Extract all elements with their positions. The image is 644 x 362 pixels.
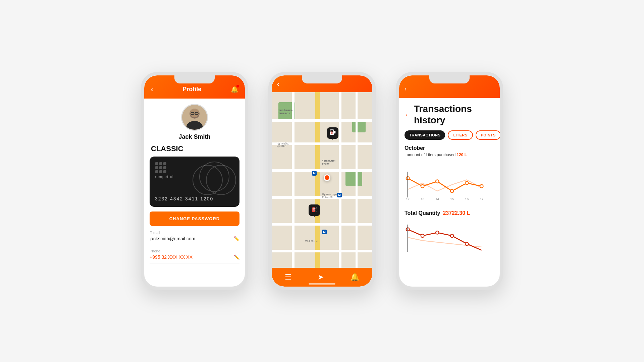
email-field: E-mail jacksmith@gmail.com ✏️ — [150, 231, 239, 245]
phone-label: Phone — [150, 249, 239, 253]
svg-point-13 — [421, 185, 424, 188]
chart-october: 12 13 14 15 16 17 — [405, 161, 494, 205]
email-value: jacksmith@gmail.com — [150, 236, 195, 241]
phone-map: ‹ — [268, 72, 376, 290]
svg-point-29 — [465, 242, 469, 246]
tx-back-arrow[interactable]: ← — [405, 111, 411, 119]
map-label-2: ЛД ТРЕЙДЦЕНТЕР — [277, 142, 288, 147]
avatar — [181, 104, 208, 131]
map-label-4: Фултон стритFulton St — [322, 193, 338, 199]
tx-tabs: TRANSACTIONS LITERS POINTS — [405, 130, 494, 140]
svg-point-17 — [480, 185, 483, 188]
phone-screen-3: ‹ ← Transactions history TRANSACTIONS LI… — [399, 75, 500, 287]
phone-notch-3 — [429, 75, 470, 83]
svg-rect-9 — [334, 131, 335, 133]
avatar-image — [182, 104, 207, 131]
tx-title: ← Transactions history — [405, 103, 494, 126]
svg-point-16 — [465, 181, 469, 185]
svg-point-3 — [190, 109, 199, 117]
phone-row: +995 32 XXX XX XX ✏️ — [150, 254, 239, 260]
map-transit-m3: M — [322, 230, 327, 234]
map-transit-m2: M — [337, 193, 342, 197]
card-number: 3232 4342 3411 1200 — [155, 196, 213, 201]
current-location-pin — [324, 174, 330, 181]
phone-value: +995 32 XXX XX XX — [150, 254, 193, 260]
map-label-1: ТРАЙБЕКАTRIBECA — [278, 109, 293, 115]
gas-station-icon-2: ⛽ — [309, 204, 320, 216]
tx-title-text: Transactions history — [414, 103, 472, 126]
svg-point-27 — [436, 231, 439, 234]
map-transit-m1: M — [312, 171, 317, 176]
svg-text:⛽: ⛽ — [312, 207, 317, 213]
total-quantity-section: Total Quantity 23722.30 L — [405, 210, 494, 216]
tab-points[interactable]: POINTS — [476, 130, 500, 140]
chart-svg-2 — [405, 219, 494, 259]
phone-field: Phone +995 32 XXX XX XX ✏️ — [150, 249, 239, 263]
svg-text:17: 17 — [480, 197, 483, 201]
total-quantity-row: Total Quantity 23722.30 L — [405, 210, 494, 216]
total-label: Total Quantity — [405, 210, 440, 216]
tab-liters[interactable]: LITERS — [448, 130, 473, 140]
payment-card: rompetrol 3232 4342 3411 1200 — [150, 157, 239, 207]
gas-station-icon-1: ⛽ — [327, 127, 338, 139]
menu-icon[interactable]: ☰ — [285, 273, 291, 282]
svg-text:13: 13 — [421, 197, 424, 201]
map-pin-gas-1[interactable]: ⛽ — [327, 127, 338, 139]
home-indicator — [309, 283, 335, 285]
map-road-v4 — [356, 92, 358, 287]
back-button-1[interactable]: ‹ — [151, 85, 153, 93]
tab-transactions[interactable]: TRANSACTIONS — [405, 130, 445, 140]
map-road-v3 — [339, 92, 341, 287]
svg-text:12: 12 — [406, 197, 410, 201]
email-row: jacksmith@gmail.com ✏️ — [150, 236, 239, 241]
phone-screen-2: ‹ — [272, 75, 372, 287]
phone-edit-icon[interactable]: ✏️ — [234, 254, 239, 260]
chart-svg-1: 12 13 14 15 16 17 — [405, 161, 494, 205]
phone-notch-2 — [302, 75, 342, 83]
map-back-button[interactable]: ‹ — [277, 80, 279, 88]
avatar-section: Jack Smith — [150, 104, 239, 140]
notification-dot — [236, 85, 239, 87]
svg-text:14: 14 — [435, 197, 439, 201]
phone-screen-1: ‹ Profile 🔔 — [144, 75, 245, 287]
svg-point-28 — [450, 234, 454, 238]
svg-text:⛽: ⛽ — [331, 131, 334, 134]
card-type: CLASSIC — [150, 144, 239, 153]
notification-bell[interactable]: 🔔 — [231, 86, 238, 93]
tx-content: ← Transactions history TRANSACTIONS LITE… — [399, 98, 500, 287]
tx-back-button[interactable]: ‹ — [405, 85, 407, 92]
svg-text:15: 15 — [450, 197, 454, 201]
map-label-5: Wall Street — [305, 240, 318, 243]
navigation-icon[interactable]: ➤ — [318, 273, 324, 282]
map-pin-gas-2[interactable]: ⛽ — [309, 204, 320, 216]
phone-notch-1 — [174, 75, 215, 83]
total-value: 23722.30 L — [443, 210, 470, 216]
phone-transactions: ‹ ← Transactions history TRANSACTIONS LI… — [396, 72, 503, 290]
svg-point-15 — [450, 189, 454, 193]
svg-point-26 — [421, 234, 424, 238]
chart-total — [405, 219, 494, 259]
profile-title: Profile — [182, 86, 201, 93]
profile-content: Jack Smith CLASSIC — [144, 99, 245, 287]
map-screen: ‹ — [272, 75, 372, 287]
section-october-title: October — [405, 145, 494, 151]
phone-profile: ‹ Profile 🔔 — [141, 72, 248, 290]
change-password-button[interactable]: CHANGE PASSWORD — [150, 212, 239, 226]
bell-nav-icon[interactable]: 🔔 — [350, 273, 359, 282]
map-road-v2 — [292, 92, 294, 287]
user-name: Jack Smith — [178, 133, 210, 140]
section-october-subtitle: · amount of Liters purchased 120 L — [405, 153, 494, 157]
map-background: ТРАЙБЕКАTRIBECA ЛД ТРЕЙДЦЕНТЕР Франклинс… — [272, 75, 372, 287]
svg-point-14 — [436, 180, 439, 183]
phones-container: ‹ Profile 🔔 — [141, 72, 503, 290]
svg-text:16: 16 — [465, 197, 469, 201]
email-label: E-mail — [150, 231, 239, 235]
email-edit-icon[interactable]: ✏️ — [234, 236, 239, 241]
map-label-3: Франклинстрит — [322, 159, 335, 165]
